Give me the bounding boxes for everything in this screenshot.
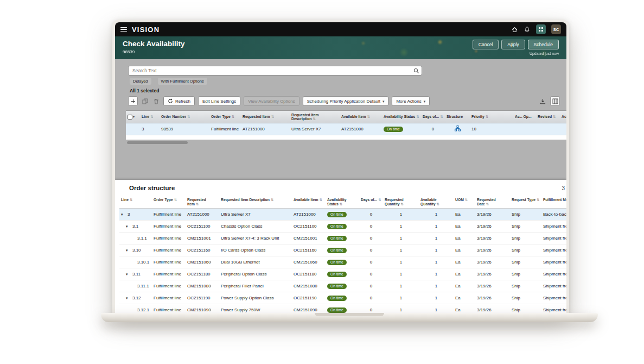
cell-requested-item: AT2151000 bbox=[186, 212, 219, 217]
order-structure-row[interactable]: 3 Fulfillment line AT2151000 Ultra Serve… bbox=[119, 209, 566, 221]
filter-chip-delayed[interactable]: Delayed bbox=[130, 78, 151, 85]
cell-requested-item-description: Ultra Server X7 bbox=[290, 127, 340, 131]
col-order-type[interactable]: Order Type bbox=[152, 198, 186, 202]
scheduling-priority-dropdown[interactable]: Scheduling Priority Application Default bbox=[303, 96, 389, 106]
col-order-number[interactable]: Order Number bbox=[160, 115, 209, 119]
more-actions-dropdown[interactable]: More Actions bbox=[392, 96, 430, 106]
cell-days: 0 bbox=[359, 236, 383, 241]
cell-fulfillment-mode: Shipment from... bbox=[541, 307, 566, 312]
status-badge: On time bbox=[327, 307, 347, 313]
status-badge: On time bbox=[327, 260, 347, 265]
expand-arrow-icon[interactable] bbox=[126, 272, 131, 277]
order-structure-row[interactable]: 3.1 Fulfillment line OC2151100 Chassis O… bbox=[119, 221, 566, 233]
cell-days: 0 bbox=[359, 296, 383, 300]
horizontal-scrollbar[interactable] bbox=[127, 141, 188, 144]
order-structure-row[interactable]: 3.11.1 Fulfillment line CM2151080 Periph… bbox=[119, 280, 566, 292]
notifications-bell-icon[interactable] bbox=[524, 26, 531, 33]
col-available-item[interactable]: Available Item bbox=[292, 198, 326, 202]
structure-icon[interactable] bbox=[455, 128, 461, 133]
filter-chip-fulfillment-options[interactable]: With Fulfillment Options bbox=[158, 78, 207, 85]
lines-table-header: Line Order Number Order Type Requested I… bbox=[126, 110, 566, 123]
line-cell: 3.11.1 bbox=[119, 284, 152, 288]
col-av-op[interactable]: Av... Op... bbox=[513, 115, 536, 119]
order-structure-panel: Order structure 3 Line Order Type Reques… bbox=[115, 180, 566, 314]
col-fulfillment-mode[interactable]: Fulfillment Mo... bbox=[541, 198, 566, 202]
status-badge: On time bbox=[327, 296, 347, 301]
cell-order-type: Fulfillment line bbox=[152, 284, 186, 288]
cell-uom: Ea bbox=[454, 212, 475, 217]
cell-days: 0 bbox=[421, 127, 445, 131]
cell-requested-item: AT2151000 bbox=[241, 127, 290, 131]
order-structure-row[interactable]: 3.1.1 Fulfillment line CM2151001 Ultra S… bbox=[119, 233, 566, 244]
sort-icon bbox=[464, 198, 468, 202]
col-requested-date[interactable]: Requested Date bbox=[475, 198, 510, 206]
sort-icon bbox=[129, 198, 132, 202]
col-availability-status[interactable]: Availability Status bbox=[326, 198, 359, 206]
search-input[interactable] bbox=[128, 66, 422, 76]
cell-fulfillment-mode: Shipment from... bbox=[541, 296, 566, 300]
cell-request-type: Ship bbox=[510, 272, 541, 277]
cell-available-quantity: 1 bbox=[419, 284, 454, 288]
order-structure-row[interactable]: 3.12 Fulfillment line OC2151190 Power Su… bbox=[119, 292, 566, 304]
cell-available-quantity: 1 bbox=[419, 224, 454, 229]
home-icon[interactable] bbox=[511, 26, 518, 33]
select-all-checkbox[interactable] bbox=[126, 115, 140, 120]
apply-button[interactable]: Apply bbox=[501, 40, 525, 49]
user-avatar[interactable]: SC bbox=[551, 24, 561, 34]
cell-requested-item: CM2151001 bbox=[186, 236, 219, 241]
expand-arrow-icon[interactable] bbox=[126, 248, 131, 253]
cell-requested-quantity: 1 bbox=[383, 307, 419, 312]
top-app-bar: VISION SC bbox=[115, 22, 566, 36]
col-uom[interactable]: UOM bbox=[454, 198, 475, 202]
col-line[interactable]: Line bbox=[140, 115, 160, 119]
refresh-button[interactable]: Refresh bbox=[163, 96, 195, 106]
app-switcher-icon[interactable] bbox=[536, 24, 546, 34]
cell-requested-item-description: Power Supply Option Class bbox=[219, 296, 292, 300]
col-structure[interactable]: Structure bbox=[445, 115, 470, 119]
col-available-item[interactable]: Available Item bbox=[340, 115, 382, 119]
col-request-type[interactable]: Request Type bbox=[510, 198, 541, 202]
view-availability-options-button[interactable]: View Availability Options bbox=[244, 96, 299, 106]
search-icon[interactable] bbox=[413, 66, 419, 76]
col-days-of[interactable]: Days of... bbox=[359, 198, 383, 202]
col-line[interactable]: Line bbox=[119, 198, 152, 202]
cell-requested-date: 3/19/26 bbox=[475, 212, 510, 217]
col-priority[interactable]: Priority bbox=[470, 115, 513, 119]
status-badge: On time bbox=[327, 212, 347, 217]
col-requested-item-description[interactable]: Requested Item Description bbox=[290, 113, 340, 121]
cell-requested-date: 3/19/26 bbox=[475, 236, 510, 241]
col-requested-item-description[interactable]: Requested Item Description bbox=[219, 198, 292, 202]
menu-icon[interactable] bbox=[120, 27, 127, 32]
expand-arrow-icon[interactable] bbox=[121, 212, 126, 217]
cell-available-quantity: 1 bbox=[419, 296, 454, 300]
col-revised[interactable]: Revised bbox=[536, 115, 560, 119]
cell-requested-item: CM2151060 bbox=[186, 260, 219, 265]
line-cell: 3.10.1 bbox=[119, 260, 152, 265]
col-days-of[interactable]: Days of... bbox=[421, 115, 445, 119]
expand-arrow-icon[interactable] bbox=[126, 224, 131, 229]
col-order-type[interactable]: Order Type bbox=[209, 115, 241, 119]
order-structure-row[interactable]: 3.10 Fulfillment line OC2151160 I/O Card… bbox=[119, 244, 566, 256]
cancel-button[interactable]: Cancel bbox=[473, 40, 499, 49]
col-requested-item[interactable]: Requested Item bbox=[241, 115, 290, 119]
delete-icon[interactable] bbox=[152, 96, 160, 106]
col-available-quantity[interactable]: Available Quantity bbox=[419, 198, 454, 206]
expand-arrow-icon[interactable] bbox=[126, 296, 131, 300]
cell-available-quantity: 1 bbox=[419, 307, 454, 312]
col-availability-status[interactable]: Availability Status bbox=[382, 115, 421, 119]
lines-table-row[interactable]: 3 98539 Fulfillment line AT2151000 Ultra… bbox=[126, 123, 566, 135]
manage-columns-button[interactable] bbox=[550, 96, 560, 106]
order-structure-row[interactable]: 3.11 Fulfillment line OC2151180 Peripher… bbox=[119, 268, 566, 280]
download-icon[interactable] bbox=[539, 96, 547, 106]
edit-line-settings-button[interactable]: Edit Line Settings bbox=[198, 96, 240, 106]
order-structure-row[interactable]: 3.10.1 Fulfillment line CM2151060 Dual 1… bbox=[119, 256, 566, 268]
cell-requested-date: 3/19/26 bbox=[475, 272, 510, 277]
col-requested-quantity[interactable]: Requested Quantity bbox=[383, 198, 419, 206]
sort-icon bbox=[195, 202, 199, 206]
duplicate-icon[interactable] bbox=[141, 96, 149, 106]
cell-request-type: Ship bbox=[510, 296, 541, 300]
col-requested-item[interactable]: Requested Item bbox=[186, 198, 219, 206]
add-line-button[interactable] bbox=[128, 96, 138, 106]
schedule-button[interactable]: Schedule bbox=[528, 40, 559, 49]
status-badge: On time bbox=[327, 236, 347, 241]
